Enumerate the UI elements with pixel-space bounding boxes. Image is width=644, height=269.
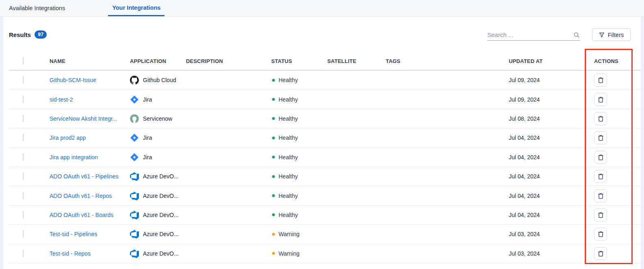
github-icon xyxy=(130,76,139,85)
integration-name-link[interactable]: Test-sid - Repos xyxy=(50,250,130,257)
delete-button[interactable] xyxy=(594,208,607,221)
updated-at: Jul 08, 2024 xyxy=(509,115,540,122)
row-checkbox[interactable] xyxy=(23,115,24,122)
column-header-tags: TAGS xyxy=(386,58,508,64)
column-header-actions: ACTIONS xyxy=(592,58,641,64)
delete-button[interactable] xyxy=(594,170,607,183)
trash-icon xyxy=(598,134,604,141)
application-label: Jira xyxy=(143,134,152,141)
search-input[interactable] xyxy=(487,31,568,38)
status-dot xyxy=(272,194,275,197)
integration-name-link[interactable]: ADO OAuth v61 - Repos xyxy=(50,193,130,199)
results-count-badge: 97 xyxy=(35,30,47,39)
integration-name-link[interactable]: sid-test-2 xyxy=(50,96,130,103)
integration-name-link[interactable]: Jira app integration xyxy=(50,154,130,161)
results-summary: Results 97 xyxy=(9,30,47,39)
table-body: Github-SCM-Issue Github Cloud Healthy Ju… xyxy=(9,71,641,263)
integration-name-link[interactable]: ADO OAuth v61 - Boards xyxy=(50,212,130,218)
status-dot xyxy=(272,137,275,139)
status-dot xyxy=(272,175,275,178)
row-checkbox[interactable] xyxy=(23,76,24,84)
trash-icon xyxy=(598,96,604,103)
table-row: Github-SCM-Issue Github Cloud Healthy Ju… xyxy=(9,71,641,90)
application-label: Azure DevO... xyxy=(143,212,179,218)
delete-button[interactable] xyxy=(594,112,607,125)
search-icon[interactable] xyxy=(573,32,580,38)
row-checkbox[interactable] xyxy=(23,134,24,141)
trash-icon xyxy=(598,250,604,257)
status-cell: Healthy xyxy=(271,77,327,83)
delete-button[interactable] xyxy=(594,189,607,202)
application-label: Azure DevO... xyxy=(143,250,179,257)
integration-name-link[interactable]: ADO OAuth v61 - Pipelines xyxy=(50,173,130,180)
column-header-satellite: SATELLITE xyxy=(327,58,386,64)
status-cell: Healthy xyxy=(271,134,327,141)
filter-icon xyxy=(599,32,605,38)
integration-name-link[interactable]: Test-sid - Pipelines xyxy=(50,231,130,237)
application-label: Azure DevO... xyxy=(143,231,179,237)
status-label: Warning xyxy=(279,231,300,237)
status-cell: Warning xyxy=(271,231,327,237)
table-row: Test-sid - Repos Azure DevO... Warning J… xyxy=(9,244,641,263)
azure-devops-icon xyxy=(130,191,139,200)
table-row: Jira prod2 app Jira Healthy Jul 04, 2024 xyxy=(9,128,641,148)
select-all-checkbox[interactable] xyxy=(23,57,24,65)
status-dot xyxy=(272,213,275,216)
status-cell: Healthy xyxy=(271,115,327,122)
status-cell: Healthy xyxy=(271,212,327,218)
status-dot xyxy=(272,98,275,101)
row-checkbox[interactable] xyxy=(23,230,24,238)
status-label: Healthy xyxy=(279,193,298,199)
tab-your-integrations[interactable]: Your Integrations xyxy=(108,0,164,16)
updated-at: Jul 04, 2024 xyxy=(509,193,540,199)
column-header-status: STATUS xyxy=(271,58,327,64)
table-row: Test-sid - Pipelines Azure DevO... Warni… xyxy=(9,225,641,244)
search-field xyxy=(487,29,580,41)
updated-at: Jul 04, 2024 xyxy=(509,212,540,218)
integration-name-link[interactable]: Jira prod2 app xyxy=(50,134,130,141)
status-cell: Warning xyxy=(271,250,327,257)
delete-button[interactable] xyxy=(594,131,607,144)
status-cell: Healthy xyxy=(271,173,327,180)
status-label: Healthy xyxy=(279,134,298,141)
status-label: Warning xyxy=(279,250,300,257)
row-checkbox[interactable] xyxy=(23,192,24,200)
updated-at: Jul 09, 2024 xyxy=(509,77,540,83)
application-label: Jira xyxy=(143,154,152,161)
updated-at: Jul 03, 2024 xyxy=(509,250,540,257)
status-label: Healthy xyxy=(279,115,298,122)
row-checkbox[interactable] xyxy=(23,153,24,161)
delete-button[interactable] xyxy=(594,228,607,241)
row-checkbox[interactable] xyxy=(23,172,24,180)
table-row: sid-test-2 Jira Healthy Jul 09, 2024 xyxy=(9,90,641,109)
delete-button[interactable] xyxy=(594,151,607,164)
row-checkbox[interactable] xyxy=(23,95,24,103)
delete-button[interactable] xyxy=(594,247,607,260)
delete-button[interactable] xyxy=(594,74,607,87)
tab-available-integrations[interactable]: Available Integrations xyxy=(9,0,65,16)
filters-button-label: Filters xyxy=(608,32,624,38)
table-row: ADO OAuth v61 - Repos Azure DevO... Heal… xyxy=(9,186,641,205)
table-row: ServiceNow Akshit Integr... Servicenow H… xyxy=(9,109,641,128)
application-label: Github Cloud xyxy=(143,77,176,83)
trash-icon xyxy=(598,154,604,161)
azure-devops-icon xyxy=(130,210,139,219)
row-checkbox[interactable] xyxy=(23,249,24,257)
delete-button[interactable] xyxy=(594,93,607,106)
application-label: Azure DevO... xyxy=(143,173,179,180)
integration-name-link[interactable]: ServiceNow Akshit Integr... xyxy=(50,115,130,122)
status-label: Healthy xyxy=(279,96,298,103)
table-row: ADO OAuth v61 - Pipelines Azure DevO... … xyxy=(9,167,641,186)
filters-button[interactable]: Filters xyxy=(592,28,631,41)
status-dot xyxy=(272,252,275,255)
table-header: NAME APPLICATION DESCRIPTION STATUS SATE… xyxy=(9,52,641,71)
azure-devops-icon xyxy=(130,172,139,181)
status-dot xyxy=(272,156,275,158)
updated-at: Jul 04, 2024 xyxy=(509,173,540,180)
status-label: Healthy xyxy=(279,77,298,83)
application-label: Jira xyxy=(143,96,152,103)
row-checkbox[interactable] xyxy=(23,211,24,219)
updated-at: Jul 04, 2024 xyxy=(509,134,540,141)
status-label: Healthy xyxy=(279,173,298,180)
integration-name-link[interactable]: Github-SCM-Issue xyxy=(50,77,130,83)
